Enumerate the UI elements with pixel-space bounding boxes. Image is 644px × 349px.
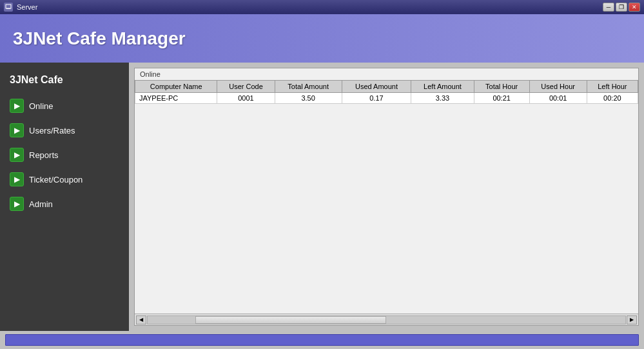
sidebar-item-ticket-coupon-label: Ticket/Coupon bbox=[29, 175, 83, 184]
scroll-track[interactable] bbox=[147, 315, 626, 324]
title-bar-buttons: ─ ❐ ✕ bbox=[603, 3, 640, 12]
col-total-amount: Total Amount bbox=[275, 81, 342, 93]
computer-name-cell: JAYPEE-PC bbox=[135, 93, 217, 104]
main-layout: 3JNet Cafe ▶ Online ▶ Users/Rates ▶ Repo… bbox=[0, 63, 644, 331]
table-header-row: Computer Name User Code Total Amount Use… bbox=[135, 81, 638, 93]
data-table: Computer Name User Code Total Amount Use… bbox=[135, 80, 638, 104]
col-left-hour: Left Hour bbox=[587, 81, 638, 93]
content-area: Online Computer Name User Code Total Amo… bbox=[129, 63, 644, 331]
restore-button[interactable]: ❐ bbox=[616, 3, 627, 12]
app-title: 3JNet Cafe Manager bbox=[13, 28, 186, 49]
sidebar: 3JNet Cafe ▶ Online ▶ Users/Rates ▶ Repo… bbox=[0, 63, 129, 331]
app-header: 3JNet Cafe Manager bbox=[0, 14, 644, 63]
left-hour-cell: 00:20 bbox=[587, 93, 638, 104]
sidebar-item-users-rates[interactable]: ▶ Users/Rates bbox=[0, 118, 129, 143]
sidebar-item-reports-label: Reports bbox=[29, 150, 59, 160]
table-wrapper[interactable]: Computer Name User Code Total Amount Use… bbox=[135, 80, 638, 314]
sidebar-item-users-rates-label: Users/Rates bbox=[29, 126, 75, 135]
scroll-right-arrow[interactable]: ▶ bbox=[627, 315, 637, 324]
sidebar-item-ticket-coupon[interactable]: ▶ Ticket/Coupon bbox=[0, 167, 129, 192]
col-total-hour: Total Hour bbox=[474, 81, 529, 93]
users-rates-arrow-icon: ▶ bbox=[10, 123, 24, 137]
col-computer-name: Computer Name bbox=[135, 81, 217, 93]
col-user-code: User Code bbox=[217, 81, 275, 93]
bottom-bar bbox=[0, 331, 644, 349]
sidebar-item-online[interactable]: ▶ Online bbox=[0, 94, 129, 118]
used-amount-cell: 0.17 bbox=[342, 93, 411, 104]
left-amount-cell: 3.33 bbox=[411, 93, 474, 104]
bottom-progress-bar bbox=[5, 334, 639, 346]
scroll-thumb[interactable] bbox=[195, 316, 386, 324]
close-button[interactable]: ✕ bbox=[629, 3, 640, 12]
online-panel: Online Computer Name User Code Total Amo… bbox=[134, 68, 639, 326]
online-arrow-icon: ▶ bbox=[10, 99, 24, 113]
sidebar-item-admin-label: Admin bbox=[29, 199, 53, 209]
col-used-hour: Used Hour bbox=[529, 81, 587, 93]
col-left-amount: Left Amount bbox=[411, 81, 474, 93]
reports-arrow-icon: ▶ bbox=[10, 148, 24, 162]
sidebar-item-admin[interactable]: ▶ Admin bbox=[0, 192, 129, 216]
panel-label: Online bbox=[135, 68, 638, 80]
title-bar-icon bbox=[4, 3, 13, 12]
total-amount-cell: 3.50 bbox=[275, 93, 342, 104]
svg-rect-1 bbox=[6, 8, 10, 9]
ticket-coupon-arrow-icon: ▶ bbox=[10, 172, 24, 186]
app-container: 3JNet Cafe Manager 3JNet Cafe ▶ Online ▶… bbox=[0, 14, 644, 349]
scroll-left-arrow[interactable]: ◀ bbox=[136, 315, 146, 324]
sidebar-item-online-label: Online bbox=[29, 101, 54, 111]
horizontal-scrollbar[interactable]: ◀ ▶ bbox=[135, 314, 638, 325]
table-row: JAYPEE-PC00013.500.173.3300:2100:0100:20 bbox=[135, 93, 638, 104]
sidebar-item-reports[interactable]: ▶ Reports bbox=[0, 143, 129, 167]
col-used-amount: Used Amount bbox=[342, 81, 411, 93]
sidebar-app-name: 3JNet Cafe bbox=[0, 69, 129, 94]
admin-arrow-icon: ▶ bbox=[10, 197, 24, 211]
title-bar: Server ─ ❐ ✕ bbox=[0, 0, 644, 14]
title-bar-text: Server bbox=[17, 3, 599, 11]
user-code-cell: 0001 bbox=[217, 93, 275, 104]
used-hour-cell: 00:01 bbox=[529, 93, 587, 104]
minimize-button[interactable]: ─ bbox=[603, 3, 614, 12]
svg-rect-0 bbox=[6, 5, 11, 8]
total-hour-cell: 00:21 bbox=[474, 93, 529, 104]
